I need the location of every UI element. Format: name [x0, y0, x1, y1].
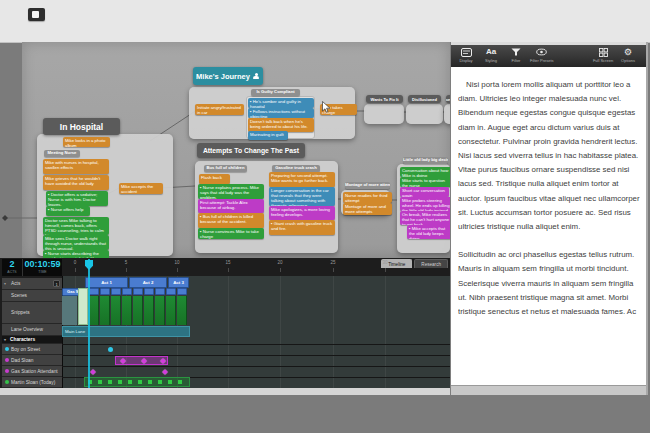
story-beat-chip[interactable]: On break, Mike realizes that he can't hu…	[400, 211, 453, 225]
scene-block[interactable]	[122, 296, 132, 325]
filter-presets-button[interactable]: Filter Presets	[530, 47, 554, 63]
story-beat-chip[interactable]: ▪ Mike accepts that the old lady keeps d…	[407, 225, 453, 239]
story-beat-chip[interactable]: Longer conversation in the car that reve…	[269, 187, 335, 206]
timeline-event-dot[interactable]	[108, 347, 113, 352]
snippet-block[interactable]	[100, 288, 110, 295]
cluster-header-disillusioned[interactable]: Disillusioned	[408, 95, 441, 103]
filter-button[interactable]: Filter	[505, 47, 527, 63]
story-beat-chip[interactable]: First attempt: Tackle Alex because of ai…	[198, 199, 264, 213]
story-beat-chip[interactable]: Doesn't talk back when he's being ordere…	[248, 118, 314, 132]
sidebar-item-dad-sloan[interactable]: Dad Sloan	[2, 355, 62, 366]
story-beat-chip[interactable]: Flash back	[199, 174, 230, 184]
playhead-handle[interactable]	[85, 260, 93, 270]
scene-block[interactable]	[133, 296, 143, 325]
cluster-body-disillusioned[interactable]	[406, 104, 443, 124]
scene-block[interactable]	[111, 296, 121, 325]
story-beat-chip[interactable]: ▪ Bus full of children is killed because…	[198, 213, 264, 228]
snippet-block[interactable]	[155, 288, 165, 295]
timeline-event-square[interactable]	[128, 380, 132, 384]
scene-block[interactable]	[166, 296, 176, 325]
story-beat-chip[interactable]: ▪ Nurse explains process. Mike says that…	[198, 184, 264, 199]
story-beat-chip[interactable]: ▪ Nurse offers help	[46, 206, 90, 216]
story-beat-chip[interactable]: Nurse readies for third attempt	[343, 192, 392, 203]
sidebar-item-snippets[interactable]: Snippets	[2, 302, 62, 324]
story-beat-chip[interactable]: ▪ He's somber and guilty in hospital	[248, 98, 314, 108]
story-beat-chip[interactable]: Mike grieves that he wouldn't have avoid…	[43, 175, 109, 190]
playhead[interactable]	[88, 259, 90, 388]
story-beat-chip[interactable]: Mike starts to question the nurse	[400, 177, 453, 187]
story-beat-chip[interactable]: Mike accepts the accident	[119, 183, 163, 194]
timeline-event-square[interactable]	[98, 380, 102, 384]
display-button[interactable]: Display	[455, 47, 477, 63]
story-beat-chip[interactable]: Mike sees Doctor walk right through nurs…	[43, 235, 109, 250]
story-beat-chip[interactable]: Mike apologizes, a more loving feeling d…	[269, 206, 335, 220]
timeline-event-square[interactable]	[138, 380, 142, 384]
document-text[interactable]: Nisi porta lorem mollis aliquam ut portt…	[458, 78, 643, 378]
snippet-block[interactable]	[133, 288, 143, 295]
sidebar-item-gas-station-attendant[interactable]: Gas Station Attendant	[2, 366, 62, 377]
timeline-event-square[interactable]	[168, 380, 172, 384]
story-beat-chip[interactable]: Mike looks in a photo album	[63, 137, 110, 147]
snippet-block[interactable]	[122, 288, 132, 295]
grid-line	[385, 276, 386, 388]
scene-block[interactable]	[89, 296, 99, 325]
timeline-event-square[interactable]	[118, 380, 122, 384]
story-beat-chip[interactable]: Mike probes steering wheel. He ends up k…	[400, 197, 453, 211]
timeline-stats: 2 Acts 00:10:59 Time	[2, 259, 62, 276]
sidebar-item-characters[interactable]: Characters▾	[2, 336, 62, 344]
cluster-header-in-hospital[interactable]: In Hospital	[43, 118, 120, 135]
main-lane-bar[interactable]: Main Lane	[62, 326, 190, 337]
story-beat-chip[interactable]: Marinating in guilt	[248, 131, 288, 140]
act-bar-act-1[interactable]: Act 1	[85, 277, 128, 288]
scene-block[interactable]	[100, 296, 110, 325]
story-beat-chip[interactable]: Montage of more and more attempts	[343, 203, 392, 215]
full-screen-button[interactable]: Full Screen	[592, 47, 614, 63]
story-beat-chip[interactable]: ▪ Nurse convinces Mike to take charge	[198, 228, 264, 239]
options-label: Options	[621, 58, 635, 63]
cluster-header-wants-to-fix-it[interactable]: Wants To Fix It	[366, 95, 403, 103]
timeline-event-square[interactable]	[158, 380, 162, 384]
cluster-header-montage[interactable]: Montage of more attempts	[345, 182, 390, 189]
story-beat-chip[interactable]: Preparing for second attempt. Mike wants…	[269, 172, 335, 187]
cluster-header-mikes-journey[interactable]: Mike's Journey	[193, 67, 263, 85]
chevron-down-icon[interactable]: ▾	[4, 337, 6, 342]
character-color-dot	[5, 347, 9, 351]
sidebar-item-lane-overview[interactable]: Lane Overview	[2, 324, 62, 336]
timeline-event-square[interactable]	[178, 380, 182, 384]
scene-block-dim[interactable]	[62, 296, 77, 325]
timeline-panel[interactable]: 2 Acts 00:10:59 Time Timeline Research A…	[0, 258, 450, 388]
story-beat-chip[interactable]: Doctor sees Mike talking to himself, com…	[43, 217, 109, 235]
cluster-header-old-lady[interactable]: Little old lady big decision	[403, 157, 448, 164]
cluster-body-wants-to-fix-it[interactable]	[364, 104, 404, 124]
chevron-down-icon[interactable]: ▾	[4, 281, 6, 286]
sidebar-item-acts[interactable]: Acts▾1	[2, 278, 62, 290]
snippet-block[interactable]	[144, 288, 154, 295]
story-beat-chip[interactable]: ▪ Doctor offers a sedative; Nurse is wit…	[46, 191, 108, 206]
styling-button[interactable]: Aa Styling	[480, 47, 502, 63]
act-bar-act-3[interactable]: Act 3	[168, 277, 189, 288]
scene-block[interactable]	[155, 296, 165, 325]
snippet-block[interactable]	[166, 288, 176, 295]
timeline-event-square[interactable]	[148, 380, 152, 384]
story-beat-chip[interactable]: Conversation about how Mike is doing	[400, 167, 453, 177]
snippet-block[interactable]	[177, 288, 187, 295]
snippet-block[interactable]	[111, 288, 121, 295]
scene-block[interactable]	[144, 296, 154, 325]
story-beat-chip[interactable]: Initiate angry/frustrated in car	[195, 104, 244, 115]
story-beat-chip[interactable]: Mike with nurses in hospital, swollen ef…	[43, 159, 109, 174]
story-beat-chip[interactable]: ▪ Giant crash with gasoline truck and fi…	[269, 220, 335, 235]
story-beat-chip[interactable]: Short car conversation again	[400, 187, 449, 197]
act-bar-act-2[interactable]: Act 2	[129, 277, 167, 288]
cluster-header-attempts[interactable]: Attempts To Change The Past	[197, 143, 305, 158]
options-button[interactable]: ⚙ Options	[617, 47, 639, 63]
snippet-block[interactable]	[89, 288, 99, 295]
timeline-event-square[interactable]	[108, 380, 112, 384]
story-beat-chip[interactable]: ▪ Follows instructions without objecting	[248, 108, 314, 118]
scene-block[interactable]	[177, 296, 187, 325]
sidebar-item-scenes[interactable]: Scenes	[2, 290, 62, 302]
acts-count-label: Acts	[2, 270, 22, 274]
tab-research[interactable]: Research	[414, 259, 448, 268]
sidebar-item-boy-on-street[interactable]: Boy on Street	[2, 344, 62, 355]
sidebar-item-martin-sloan-today-[interactable]: Martin Sloan (Today)	[2, 377, 62, 388]
scene-block-selected[interactable]	[78, 288, 88, 325]
